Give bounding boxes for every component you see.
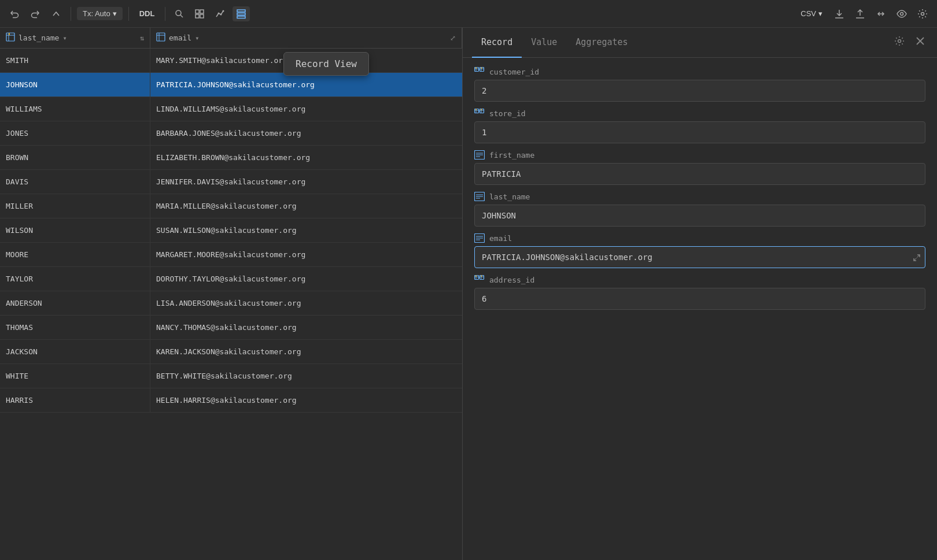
record-fields: customer_id store_id first_name last_nam… (463, 58, 937, 560)
record-view-button[interactable] (233, 6, 250, 21)
diff-button[interactable] (872, 6, 890, 21)
cell-email[interactable]: BARBARA.JONES@sakilacustomer.org (150, 121, 462, 145)
tab-aggregates[interactable]: Aggregates (566, 28, 637, 58)
table-row[interactable]: JACKSONKAREN.JACKSON@sakilacustomer.org (0, 340, 462, 364)
svg-rect-33 (481, 68, 482, 69)
svg-line-1 (180, 15, 183, 17)
tab-value[interactable]: Value (522, 28, 566, 58)
last-name-filter-icon[interactable]: ▾ (62, 34, 67, 42)
table-row[interactable]: ANDERSONLISA.ANDERSON@sakilacustomer.org (0, 291, 462, 316)
table-row[interactable]: MILLERMARIA.MILLER@sakilacustomer.org (0, 194, 462, 218)
email-filter-icon[interactable]: ▾ (195, 34, 199, 42)
search-button[interactable] (171, 7, 187, 21)
cell-last-name[interactable]: HARRIS (0, 388, 150, 412)
cell-email[interactable]: MARIA.MILLER@sakilacustomer.org (150, 194, 462, 218)
svg-rect-2 (195, 10, 199, 13)
svg-rect-4 (195, 14, 199, 18)
cell-email[interactable]: SUSAN.WILSON@sakilacustomer.org (150, 218, 462, 242)
cell-last-name[interactable]: JONES (0, 121, 150, 145)
cell-last-name[interactable]: MILLER (0, 194, 150, 218)
cell-email[interactable]: NANCY.THOMAS@sakilacustomer.org (150, 316, 462, 339)
cell-last-name[interactable]: TAYLOR (0, 267, 150, 291)
field-input-address_id[interactable] (474, 288, 925, 310)
field-label-text-last_name: last_name (489, 192, 530, 201)
cell-last-name[interactable]: JOHNSON (0, 73, 150, 97)
field-group-address_id: address_id (474, 275, 925, 310)
grid-view-button[interactable] (191, 6, 208, 21)
cell-email[interactable]: BETTY.WHITE@sakilacustomer.org (150, 364, 462, 388)
cell-last-name[interactable]: ANDERSON (0, 291, 150, 315)
cell-last-name[interactable]: DAVIS (0, 170, 150, 194)
cell-last-name[interactable]: SMITH (0, 49, 150, 72)
column-header-email[interactable]: email ▾ ⤢ (150, 28, 462, 48)
undo-button[interactable] (6, 6, 23, 21)
table-row[interactable]: WHITEBETTY.WHITE@sakilacustomer.org (0, 364, 462, 388)
grid-panel: Record View last_name ▾ ⇅ (0, 28, 463, 560)
table-row[interactable]: WILSONSUSAN.WILSON@sakilacustomer.org (0, 218, 462, 243)
eye-button[interactable] (893, 6, 910, 21)
download-button[interactable] (831, 6, 848, 21)
field-input-wrapper-store_id (474, 121, 925, 143)
cell-email[interactable]: MARGARET.MOORE@sakilacustomer.org (150, 243, 462, 266)
cell-email[interactable]: KAREN.JACKSON@sakilacustomer.org (150, 340, 462, 364)
csv-dropdown-icon: ▾ (818, 9, 822, 18)
field-icon-store_id (474, 109, 485, 118)
field-icon-last_name (474, 192, 485, 201)
cell-last-name[interactable]: JACKSON (0, 340, 150, 364)
chart-view-button[interactable] (212, 6, 229, 21)
ddl-button[interactable]: DDL (135, 7, 160, 20)
cell-email[interactable]: ELIZABETH.BROWN@sakilacustomer.org (150, 146, 462, 169)
email-expand-icon[interactable]: ⤢ (450, 34, 456, 42)
cell-last-name[interactable]: WILLIAMS (0, 97, 150, 121)
record-settings-button[interactable] (892, 34, 907, 51)
tx-dropdown-icon: ▾ (113, 9, 117, 18)
cell-last-name[interactable]: BROWN (0, 146, 150, 169)
field-input-last_name[interactable] (474, 205, 925, 227)
last-name-sort-icon[interactable]: ⇅ (140, 34, 144, 42)
field-input-first_name[interactable] (474, 163, 925, 185)
csv-button[interactable]: CSV ▾ (796, 7, 827, 20)
cell-email[interactable]: HELEN.HARRIS@sakilacustomer.org (150, 388, 462, 412)
table-row[interactable]: THOMASNANCY.THOMAS@sakilacustomer.org (0, 316, 462, 340)
tab-record[interactable]: Record (472, 28, 522, 58)
cell-email[interactable]: DOROTHY.TAYLOR@sakilacustomer.org (150, 267, 462, 291)
cell-last-name[interactable]: THOMAS (0, 316, 150, 339)
field-input-store_id[interactable] (474, 121, 925, 143)
table-row[interactable]: WILLIAMSLINDA.WILLIAMS@sakilacustomer.or… (0, 97, 462, 121)
record-close-button[interactable] (913, 34, 928, 51)
table-row[interactable]: TAYLORDOROTHY.TAYLOR@sakilacustomer.org (0, 267, 462, 291)
cell-email[interactable]: LISA.ANDERSON@sakilacustomer.org (150, 291, 462, 315)
column-header-last-name[interactable]: last_name ▾ ⇅ (0, 28, 150, 48)
table-row[interactable]: BROWNELIZABETH.BROWN@sakilacustomer.org (0, 146, 462, 170)
cell-last-name[interactable]: MOORE (0, 243, 150, 266)
table-row[interactable]: SMITHMARY.SMITH@sakilacustomer.org (0, 49, 462, 73)
field-input-customer_id[interactable] (474, 80, 925, 102)
field-input-email[interactable] (474, 246, 925, 268)
tx-button[interactable]: Tx: Auto ▾ (77, 7, 123, 20)
table-row[interactable]: JOHNSONPATRICIA.JOHNSON@sakilacustomer.o… (0, 73, 462, 97)
last-name-column-label: last_name (19, 34, 59, 42)
cell-email[interactable]: JENNIFER.DAVIS@sakilacustomer.org (150, 170, 462, 194)
field-expand-icon-email[interactable] (913, 254, 921, 264)
svg-rect-38 (475, 109, 477, 111)
svg-rect-3 (200, 10, 204, 13)
table-row[interactable]: HARRISHELEN.HARRIS@sakilacustomer.org (0, 388, 462, 413)
up-button[interactable] (47, 6, 65, 21)
cell-last-name[interactable]: WILSON (0, 218, 150, 242)
main-area: Record View last_name ▾ ⇅ (0, 28, 937, 560)
table-row[interactable]: DAVISJENNIFER.DAVIS@sakilacustomer.org (0, 170, 462, 194)
cell-email[interactable]: LINDA.WILLIAMS@sakilacustomer.org (150, 97, 462, 121)
cell-last-name[interactable]: WHITE (0, 364, 150, 388)
field-group-last_name: last_name (474, 192, 925, 227)
table-row[interactable]: JONESBARBARA.JONES@sakilacustomer.org (0, 121, 462, 146)
field-input-wrapper-customer_id (474, 80, 925, 102)
field-icon-customer_id (474, 67, 485, 76)
upload-button[interactable] (851, 6, 869, 21)
table-row[interactable]: MOOREMARGARET.MOORE@sakilacustomer.org (0, 243, 462, 267)
settings-button[interactable] (914, 6, 931, 21)
svg-rect-10 (237, 13, 245, 15)
data-rows: SMITHMARY.SMITH@sakilacustomer.orgJOHNSO… (0, 49, 462, 560)
redo-button[interactable] (27, 6, 44, 21)
cell-email[interactable]: PATRICIA.JOHNSON@sakilacustomer.org (150, 73, 462, 97)
email-column-label: email (169, 34, 191, 42)
